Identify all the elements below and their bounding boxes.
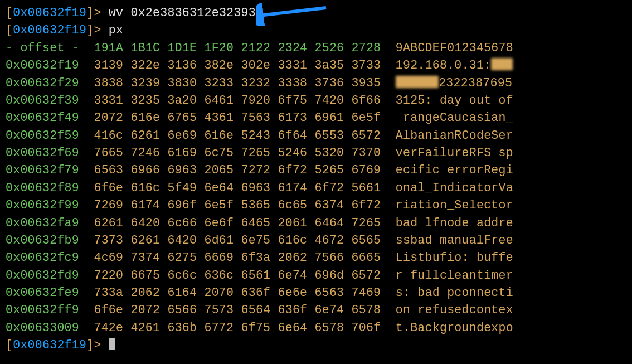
row-hex: 7373 6261 6420 6d61 6e75 616c 4672 6565 (94, 234, 381, 247)
hexdump-row: 0x00632f19 3139 322e 3136 382e 302e 3331… (6, 57, 626, 74)
row-offset: 0x00633009 (6, 321, 79, 334)
hexdump-row: 0x00632fe9 733a 2062 6164 2070 636f 6e6e… (6, 284, 626, 302)
hexdump-row: 0x00632f59 416c 6261 6e69 616e 5243 6f64… (6, 127, 626, 144)
row-offset: 0x00632f69 (6, 146, 79, 159)
prompt-bracket-close: ]> (86, 6, 109, 20)
redacted-block (491, 58, 513, 70)
prompt-line-active[interactable]: [0x00632f19]> (6, 337, 626, 354)
hexdump-row: 0x00632f99 7269 6174 696f 6e5f 5365 6c65… (6, 197, 626, 214)
row-offset: 0x00632fe9 (6, 286, 79, 299)
hexdump-row: 0x00632fa9 6261 6420 6c66 6e6f 6465 2061… (6, 215, 626, 232)
row-hex: 2072 616e 6765 4361 7563 6173 6961 6e5f (94, 111, 381, 124)
row-ascii: 3125: day out of (396, 94, 513, 107)
hexdump-row: 0x00632f69 7665 7246 6169 6c75 7265 5246… (6, 144, 626, 162)
row-ascii: riation_Selector (396, 198, 513, 212)
hexdump-row: 0x00632fb9 7373 6261 6420 6d61 6e75 616c… (6, 232, 626, 249)
cursor-icon (109, 338, 115, 350)
prompt-line-px: [0x00632f19]> px (6, 22, 626, 39)
row-offset: 0x00632f79 (6, 163, 79, 177)
row-hex: 6f6e 616c 5f49 6e64 6963 6174 6f72 5661 (94, 181, 381, 195)
row-offset: 0x00632f59 (6, 129, 79, 142)
row-offset: 0x00632f49 (6, 111, 79, 124)
row-offset: 0x00632fc9 (6, 251, 79, 264)
hexdump-row: 0x00632fd9 7220 6675 6c6c 636c 6561 6e74… (6, 267, 626, 284)
row-ascii: 192.168.0.31: (396, 59, 492, 72)
row-offset: 0x00632f39 (6, 94, 79, 107)
row-hex: 742e 4261 636b 6772 6f75 6e64 6578 706f (94, 321, 381, 334)
row-offset: 0x00632f89 (6, 181, 79, 195)
command-wv: wv (109, 6, 123, 20)
row-ascii: 2322387695 (439, 76, 512, 90)
hexdump-row: 0x00632fc9 4c69 7374 6275 6669 6f3a 2062… (6, 249, 626, 266)
row-ascii: rangeCaucasian_ (396, 111, 513, 124)
redacted-block (396, 76, 439, 88)
row-hex: 6563 6966 6963 2065 7272 6f72 5265 6769 (94, 163, 381, 177)
row-hex: 7269 6174 696f 6e5f 5365 6c65 6374 6f72 (94, 198, 381, 212)
hexdump-row: 0x00632ff9 6f6e 2072 6566 7573 6564 636f… (6, 302, 626, 319)
row-offset: 0x00632fa9 (6, 216, 79, 230)
row-ascii: ssbad manualFree (396, 234, 513, 247)
prompt-bracket-open: [ (6, 6, 13, 20)
row-hex: 3838 3239 3830 3233 3232 3338 3736 3935 (94, 76, 381, 90)
row-ascii: onal_IndicatorVa (396, 181, 513, 195)
prompt-line-wv: [0x00632f19]> wv 0x2e3836312e323931 (6, 4, 626, 22)
offset-header: - offset - (6, 41, 79, 55)
hexdump-row: 0x00632f79 6563 6966 6963 2065 7272 6f72… (6, 162, 626, 179)
row-offset: 0x00632f99 (6, 198, 79, 212)
row-ascii: bad lfnode addre (396, 216, 513, 230)
hexdump-header: - offset - 191A 1B1C 1D1E 1F20 2122 2324… (6, 40, 626, 57)
row-hex: 416c 6261 6e69 616e 5243 6f64 6553 6572 (94, 129, 381, 142)
row-ascii: on refusedcontex (396, 303, 513, 317)
row-hex: 7665 7246 6169 6c75 7265 5246 5320 7370 (94, 146, 381, 159)
columns-header: 191A 1B1C 1D1E 1F20 2122 2324 2526 2728 (94, 41, 381, 55)
row-ascii: r fullcleantimer (396, 269, 513, 282)
row-hex: 733a 2062 6164 2070 636f 6e6e 6563 7469 (94, 286, 381, 299)
prompt-address: 0x00632f19 (13, 6, 86, 20)
row-ascii: ecific errorRegi (396, 163, 513, 177)
row-ascii: AlbanianRCodeSer (396, 129, 513, 142)
hexdump-row: 0x00632f89 6f6e 616c 5f49 6e64 6963 6174… (6, 179, 626, 197)
row-hex: 6261 6420 6c66 6e6f 6465 2061 6464 7265 (94, 216, 381, 230)
row-hex: 3331 3235 3a20 6461 7920 6f75 7420 6f66 (94, 94, 381, 107)
row-hex: 7220 6675 6c6c 636c 6561 6e74 696d 6572 (94, 269, 381, 282)
row-hex: 4c69 7374 6275 6669 6f3a 2062 7566 6665 (94, 251, 381, 264)
row-offset: 0x00632f19 (6, 59, 79, 72)
row-ascii: verFailureRFS sp (396, 146, 513, 159)
hexdump-row: 0x00632f49 2072 616e 6765 4361 7563 6173… (6, 109, 626, 127)
row-offset: 0x00632ff9 (6, 303, 79, 317)
command-px: px (109, 23, 123, 37)
row-offset: 0x00632f29 (6, 76, 79, 90)
row-ascii: s: bad pconnecti (396, 286, 513, 299)
hexdump-row: 0x00632f29 3838 3239 3830 3233 3232 3338… (6, 75, 626, 92)
row-ascii: Listbufio: buffe (396, 251, 513, 264)
ascii-header: 9ABCDEF012345678 (396, 41, 513, 55)
hexdump-row: 0x00632f39 3331 3235 3a20 6461 7920 6f75… (6, 92, 626, 109)
command-wv-arg: 0x2e3836312e323931 (130, 6, 263, 20)
hexdump-rows: 0x00632f19 3139 322e 3136 382e 302e 3331… (6, 57, 626, 337)
hexdump-row: 0x00633009 742e 4261 636b 6772 6f75 6e64… (6, 319, 626, 337)
row-ascii: t.Backgroundexpo (396, 321, 513, 334)
row-hex: 6f6e 2072 6566 7573 6564 636f 6e74 6578 (94, 303, 381, 317)
row-offset: 0x00632fd9 (6, 269, 79, 282)
row-hex: 3139 322e 3136 382e 302e 3331 3a35 3733 (94, 59, 381, 72)
terminal-window[interactable]: [0x00632f19]> wv 0x2e3836312e323931 [0x0… (0, 0, 632, 364)
row-offset: 0x00632fb9 (6, 234, 79, 247)
